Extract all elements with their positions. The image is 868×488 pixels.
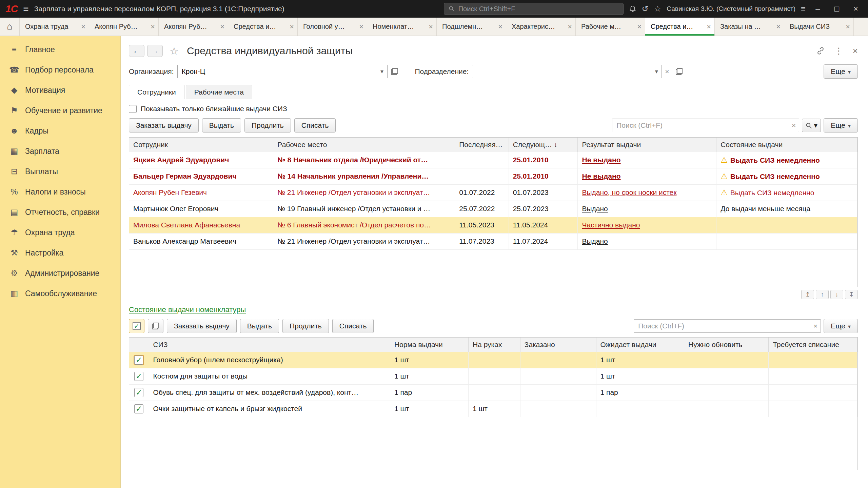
sidebar-item-administration-gear[interactable]: ⚙Администрирование	[0, 263, 120, 283]
tab-close-icon[interactable]: ×	[564, 22, 572, 31]
column-header[interactable]: Результат выдачи	[578, 138, 716, 152]
toolbar-button[interactable]: Продлить	[282, 319, 329, 333]
sidebar-item-reports-document[interactable]: ▤Отчетность, справки	[0, 202, 120, 222]
tab-close-icon[interactable]: ×	[495, 22, 502, 31]
go-up-icon[interactable]: ↑	[816, 290, 829, 299]
window-tab[interactable]: Выдачи СИЗ×	[784, 18, 854, 36]
more-menu-icon[interactable]: ⋮	[834, 46, 843, 56]
search-clear-icon[interactable]: ×	[789, 119, 799, 132]
department-input[interactable]	[472, 65, 651, 78]
employee-row[interactable]: Яцкив Андрей Эдуардович№ 8 Начальник отд…	[129, 152, 857, 168]
go-down-icon[interactable]: ↓	[830, 290, 843, 299]
toolbar-button[interactable]: Списать	[294, 118, 336, 133]
window-tab[interactable]: Номенклат…×	[367, 18, 437, 36]
sidebar-item-labor-safety[interactable]: ☂Охрана труда	[0, 222, 120, 243]
current-user[interactable]: Савинская З.Ю. (Системный программист)	[667, 5, 795, 13]
issue-result-link[interactable]: Выдано, но срок носки истек	[582, 188, 676, 196]
department-field[interactable]: ▾	[472, 65, 662, 78]
organization-field[interactable]: ▾	[177, 65, 388, 78]
close-form-icon[interactable]: ×	[853, 46, 858, 56]
forward-button[interactable]: →	[147, 45, 163, 57]
tab-close-icon[interactable]: ×	[147, 22, 155, 31]
employee-row[interactable]: Акопян Рубен Гезевич№ 21 Инженер /Отдел …	[129, 184, 857, 201]
service-menu-icon[interactable]: ≡	[801, 4, 806, 14]
global-search[interactable]	[444, 3, 624, 15]
column-header[interactable]: Требуется списание	[769, 338, 857, 352]
go-last-icon[interactable]: ↧	[845, 290, 858, 299]
column-header[interactable]: Сотрудник	[129, 138, 273, 152]
form-more-button[interactable]: Еще▾	[824, 64, 858, 79]
toolbar-button[interactable]: Продлить	[244, 118, 291, 133]
maximize-button[interactable]: □	[830, 4, 844, 14]
window-tab[interactable]: Средства и…×	[228, 18, 298, 36]
column-header[interactable]: На руках	[468, 338, 520, 352]
window-tab[interactable]: Акопян Руб…×	[159, 18, 228, 36]
form-tab[interactable]: Сотрудники	[129, 85, 184, 99]
back-button[interactable]: ←	[129, 45, 144, 57]
go-first-icon[interactable]: ↥	[801, 290, 814, 299]
column-header[interactable]: Норма выдачи	[390, 338, 468, 352]
sidebar-item-taxes-percent[interactable]: %Налоги и взносы	[0, 182, 120, 202]
close-window-button[interactable]: ×	[849, 4, 863, 14]
tab-close-icon[interactable]: ×	[842, 22, 850, 31]
home-tab[interactable]: ⌂	[0, 18, 20, 36]
issue-result-link[interactable]: Выдано	[582, 205, 608, 212]
tab-close-icon[interactable]: ×	[78, 22, 85, 31]
toolbar-button[interactable]: Списать	[332, 319, 374, 333]
main-menu-icon[interactable]: ≡	[23, 3, 28, 14]
column-header[interactable]: Заказано	[520, 338, 596, 352]
search-clear-icon[interactable]: ×	[810, 320, 821, 332]
column-header[interactable]: Последняя…	[455, 138, 509, 152]
sidebar-item-salary-calculator[interactable]: ▦Зарплата	[0, 141, 120, 161]
copy-button[interactable]	[148, 319, 163, 333]
employees-search-input[interactable]	[612, 119, 789, 132]
issue-result-link[interactable]: Выдано	[582, 237, 608, 245]
window-tab[interactable]: Головной у…×	[298, 18, 367, 36]
window-tab[interactable]: Подшлемн…×	[437, 18, 506, 36]
employee-row[interactable]: Милова Светлана Афанасьевна№ 6 Главный э…	[129, 217, 857, 233]
nomenclature-more-button[interactable]: Еще▾	[824, 319, 858, 333]
sidebar-item-motivation[interactable]: ◆Мотивация	[0, 80, 120, 100]
toolbar-button[interactable]: Заказать выдачу	[129, 118, 199, 133]
issue-result-link[interactable]: Не выдано	[582, 172, 620, 180]
tab-close-icon[interactable]: ×	[286, 22, 294, 31]
sidebar-item-personnel[interactable]: ☻Кадры	[0, 121, 120, 141]
sidebar-item-main-menu[interactable]: ≡Главное	[0, 39, 120, 60]
employee-row[interactable]: Ваньков Александр Матвеевич№ 21 Инженер …	[129, 233, 857, 249]
favorite-star-icon[interactable]: ☆	[170, 45, 179, 57]
sidebar-item-settings-wrench[interactable]: ⚒Настройка	[0, 243, 120, 263]
row-checkbox[interactable]: ✓	[134, 404, 143, 413]
department-open-button[interactable]	[673, 65, 685, 78]
sidebar-item-recruiting-phone[interactable]: ☎Подбор персонала	[0, 60, 120, 80]
window-tab[interactable]: Заказы на …×	[715, 18, 784, 36]
siz-row[interactable]: ✓Головной убор (шлем пескоструйщика)1 шт…	[129, 352, 857, 368]
column-header[interactable]: Состояние выдачи	[716, 138, 857, 152]
get-link-icon[interactable]	[816, 46, 825, 55]
column-header[interactable]: СИЗ	[149, 338, 390, 352]
organization-open-button[interactable]	[389, 65, 401, 78]
department-clear-icon[interactable]: ×	[662, 64, 672, 79]
window-tab[interactable]: Средства и…×	[645, 18, 715, 36]
window-tab[interactable]: Рабочие м…×	[576, 18, 645, 36]
toolbar-button[interactable]: Выдать	[202, 118, 241, 133]
siz-row[interactable]: ✓Обувь спец. для защиты от мех. воздейст…	[129, 384, 857, 401]
sidebar-item-training-flag[interactable]: ⚑Обучение и развитие	[0, 100, 120, 121]
toolbar-button[interactable]: Заказать выдачу	[167, 319, 237, 333]
tab-close-icon[interactable]: ×	[773, 22, 781, 31]
tab-close-icon[interactable]: ×	[703, 22, 711, 31]
tab-close-icon[interactable]: ×	[634, 22, 642, 31]
column-header[interactable]: Рабочее место	[273, 138, 455, 152]
notifications-bell-icon[interactable]	[629, 5, 636, 13]
select-all-button[interactable]: ✓	[129, 319, 144, 333]
form-tab[interactable]: Рабочие места	[186, 85, 252, 99]
favorites-star-icon[interactable]: ☆	[654, 4, 662, 14]
sidebar-item-payments[interactable]: ⊟Выплаты	[0, 161, 120, 182]
global-search-input[interactable]	[458, 5, 619, 13]
employee-row[interactable]: Бальцер Герман Эдуардович№ 14 Начальник …	[129, 168, 857, 184]
nomenclature-search[interactable]: ×	[634, 319, 821, 333]
tab-close-icon[interactable]: ×	[217, 22, 224, 31]
window-tab[interactable]: Охрана труда×	[20, 18, 89, 36]
minimize-button[interactable]: –	[811, 4, 825, 14]
row-checkbox[interactable]: ✓	[134, 372, 143, 381]
toolbar-button[interactable]: Выдать	[240, 319, 279, 333]
